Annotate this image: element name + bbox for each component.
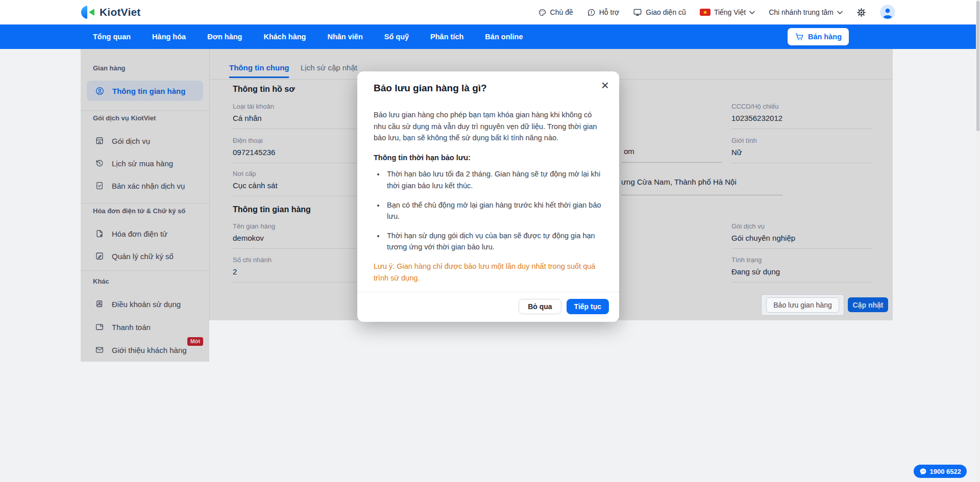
top-header: KiotViet Chủ đề Hỗ trợ — [0, 0, 980, 24]
header-menu: Chủ đề Hỗ trợ Giao diện cũ Tiếng Việt — [538, 0, 895, 24]
settings-sidebar: Gian hàng Thông tin gian hàng Gói dịch v… — [81, 49, 209, 362]
address-field-fragment: ưng Cửa Nam, Thành phố Hà Nội — [621, 177, 737, 186]
kiotviet-logo-icon — [80, 5, 95, 20]
sidebar-item-store-info[interactable]: Thông tin gian hàng — [87, 81, 203, 101]
sidebar-item-digital-signature[interactable]: Quản lý chữ ký số — [95, 250, 174, 262]
sidebar-item-referral[interactable]: Giới thiệu khách hàng — [95, 344, 187, 356]
nav-item-products[interactable]: Hàng hóa — [152, 33, 186, 41]
terms-icon — [95, 299, 104, 309]
email-field-underline — [622, 162, 722, 163]
sidebar-section-other: Khác — [93, 277, 109, 285]
main-nav: Tổng quan Hàng hóa Đơn hàng Khách hàng N… — [0, 24, 980, 49]
sell-button[interactable]: Bán hàng — [788, 28, 849, 45]
history-icon — [95, 159, 104, 168]
user-avatar[interactable] — [880, 5, 895, 20]
user-avatar-icon — [880, 5, 895, 20]
legacy-ui-label: Giao diện cũ — [646, 8, 686, 16]
address-field-underline — [621, 195, 782, 195]
settings-button[interactable] — [856, 8, 866, 17]
brand-name: KiotViet — [100, 6, 141, 18]
chat-icon — [919, 468, 927, 475]
support-phone-number: 1900 6522 — [930, 468, 961, 475]
store-icon — [95, 136, 104, 145]
theme-menu-item[interactable]: Chủ đề — [538, 8, 573, 17]
modal-bullet: Thời hạn sử dụng gói dịch vụ của bạn sẽ … — [385, 230, 603, 253]
nav-item-online[interactable]: Bán online — [485, 33, 523, 41]
sidebar-section-service: Gói dịch vụ KiotViet — [93, 114, 156, 122]
language-selector[interactable]: Tiếng Việt — [700, 8, 755, 16]
sidebar-section-einvoice: Hóa đơn điện tử & Chữ ký số — [93, 207, 185, 215]
chevron-down-icon — [749, 11, 755, 14]
branch-label: Chi nhánh trung tâm — [769, 8, 834, 16]
divider — [81, 110, 209, 111]
profile-section-title: Thông tin hồ sơ — [233, 85, 295, 94]
skip-button[interactable]: Bỏ qua — [519, 299, 561, 314]
support-label: Hỗ trợ — [599, 8, 620, 16]
theme-label: Chủ đề — [550, 8, 573, 16]
branch-selector[interactable]: Chi nhánh trung tâm — [769, 8, 843, 16]
field-id-number: CCCD/Hộ chiếu 102356232012 — [731, 103, 872, 129]
modal-paragraph: Bảo lưu gian hàng cho phép bạn tạm khóa … — [374, 109, 603, 144]
gear-icon — [856, 8, 866, 17]
sidebar-item-einvoice[interactable]: Hóa đơn điện tử — [95, 227, 167, 240]
modal-title: Bảo lưu gian hàng là gì? — [374, 83, 603, 94]
payment-icon — [95, 322, 104, 332]
scrollbar-track — [976, 0, 980, 482]
profile-icon — [95, 86, 105, 96]
new-badge: Mới — [187, 337, 203, 346]
sidebar-item-terms[interactable]: Điều khoản sử dụng — [95, 298, 181, 310]
scrollbar-thumb[interactable] — [976, 1, 979, 131]
nav-item-cashbook[interactable]: Sổ quỹ — [384, 33, 409, 41]
continue-button[interactable]: Tiếp tục — [567, 299, 609, 314]
divider — [81, 270, 209, 271]
sidebar-item-payment[interactable]: Thanh toán — [95, 321, 151, 333]
nav-item-staff[interactable]: Nhân viên — [327, 33, 362, 41]
store-section-title: Thông tin gian hàng — [233, 205, 311, 214]
kiotviet-logo[interactable]: KiotViet — [80, 0, 141, 24]
sidebar-item-purchase-history[interactable]: Lịch sử mua hàng — [95, 157, 173, 169]
monitor-icon — [633, 8, 642, 17]
support-menu-item[interactable]: Hỗ trợ — [587, 8, 620, 17]
sidebar-item-service-confirmation[interactable]: Bản xác nhận dịch vụ — [95, 180, 185, 192]
signature-icon — [95, 251, 104, 261]
doc-check-icon — [95, 181, 104, 190]
legacy-ui-menu-item[interactable]: Giao diện cũ — [633, 8, 686, 17]
support-phone-button[interactable]: 1900 6522 — [914, 465, 967, 478]
nav-item-customers[interactable]: Khách hàng — [263, 33, 306, 41]
support-icon — [587, 8, 596, 17]
invoice-icon — [95, 229, 104, 238]
palette-icon — [538, 8, 547, 17]
sell-button-label: Bán hàng — [808, 33, 842, 41]
tab-general-info[interactable]: Thông tin chung — [229, 63, 289, 78]
modal-bullet: Bạn có thể chủ động mở lại gian hàng trư… — [385, 199, 603, 222]
chevron-down-icon — [837, 11, 843, 14]
reserve-store-button[interactable]: Bảo lưu gian hàng — [766, 297, 839, 313]
language-label: Tiếng Việt — [714, 8, 746, 16]
field-service-pack: Gói dịch vụ Gói chuyên nghiệp — [731, 222, 872, 249]
nav-item-overview[interactable]: Tổng quan — [93, 33, 131, 41]
reserve-info-modal: Bảo lưu gian hàng là gì? × Bảo lưu gian … — [357, 71, 619, 322]
vietnam-flag-icon — [700, 9, 710, 16]
close-icon[interactable]: × — [601, 79, 609, 92]
nav-item-analytics[interactable]: Phân tích — [430, 33, 463, 41]
sidebar-item-service-pack[interactable]: Gói dịch vụ — [95, 135, 150, 147]
nav-item-orders[interactable]: Đơn hàng — [207, 33, 242, 41]
mail-icon — [95, 345, 104, 354]
sidebar-section-store: Gian hàng — [93, 64, 126, 72]
modal-warning-note: Lưu ý: Gian hàng chỉ được bảo lưu một lầ… — [374, 261, 603, 284]
cart-icon — [795, 32, 804, 41]
field-gender: Giới tính Nữ — [731, 137, 872, 163]
email-field-fragment: om — [624, 147, 634, 156]
modal-bullet: Thời hạn bảo lưu tối đa 2 tháng. Gian hà… — [385, 168, 603, 191]
modal-list-title: Thông tin thời hạn bảo lưu: — [374, 152, 603, 164]
update-button[interactable]: Cập nhật — [848, 297, 888, 312]
divider — [81, 203, 209, 204]
field-status: Tình trạng Đang sử dụng — [731, 256, 872, 283]
tour-spotlight: Bảo lưu gian hàng — [761, 294, 844, 316]
tab-update-history[interactable]: Lịch sử cập nhật — [301, 63, 357, 72]
modal-bullet-list: Thời hạn bảo lưu tối đa 2 tháng. Gian hà… — [374, 168, 603, 253]
